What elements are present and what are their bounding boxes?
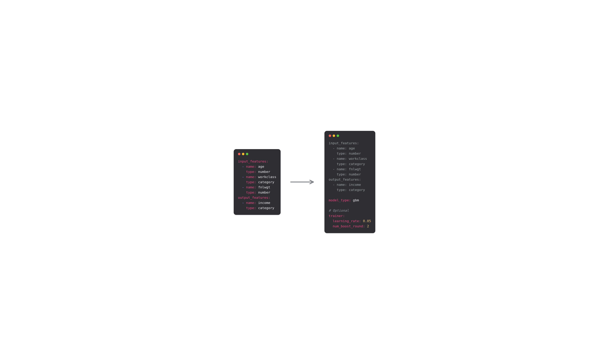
key-trainer: trainer: [329, 214, 343, 218]
comment-optional: # Optional: [329, 209, 349, 212]
window-controls: [238, 153, 276, 155]
left-code-window: input_features: - name: age type: number…: [234, 149, 281, 215]
close-dot: [238, 153, 240, 155]
arrow-right-icon: [290, 180, 315, 184]
key-model-type: model_type: [329, 198, 349, 202]
key-input-features: input_features: [238, 159, 266, 163]
window-controls: [329, 134, 371, 137]
key-output-features: output_features: [238, 196, 268, 199]
maximize-dot: [246, 153, 248, 155]
right-code-window: input_features: - name: age type: number…: [324, 131, 375, 233]
config-diff-diagram: input_features: - name: age type: number…: [234, 131, 375, 233]
right-code-block: input_features: - name: age type: number…: [329, 141, 371, 229]
left-code-block: input_features: - name: age type: number…: [238, 159, 276, 211]
minimize-dot: [333, 134, 335, 137]
close-dot: [329, 134, 331, 137]
maximize-dot: [337, 134, 339, 137]
minimize-dot: [242, 153, 244, 155]
